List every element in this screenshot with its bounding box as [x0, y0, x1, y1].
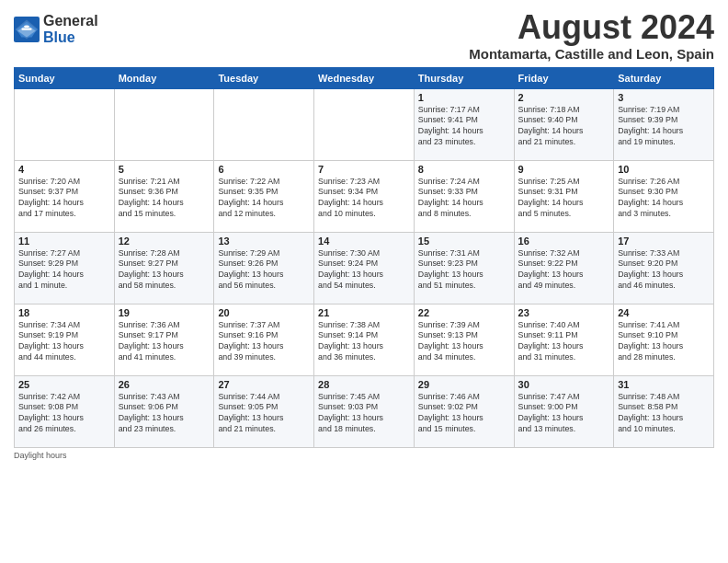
calendar-cell: 11Sunrise: 7:27 AM Sunset: 9:29 PM Dayli… [15, 232, 115, 304]
logo-text: General Blue [43, 13, 98, 45]
day-number: 16 [518, 236, 610, 247]
day-number: 19 [119, 307, 210, 318]
calendar-cell: 9Sunrise: 7:25 AM Sunset: 9:31 PM Daylig… [514, 160, 614, 232]
calendar-cell: 6Sunrise: 7:22 AM Sunset: 9:35 PM Daylig… [214, 160, 314, 232]
day-info: Sunrise: 7:29 AM Sunset: 9:26 PM Dayligh… [218, 248, 310, 293]
calendar-cell: 4Sunrise: 7:20 AM Sunset: 9:37 PM Daylig… [15, 160, 115, 232]
day-number: 9 [518, 164, 610, 175]
day-info: Sunrise: 7:28 AM Sunset: 9:27 PM Dayligh… [119, 248, 210, 293]
calendar-cell: 24Sunrise: 7:41 AM Sunset: 9:10 PM Dayli… [614, 304, 714, 375]
day-info: Sunrise: 7:37 AM Sunset: 9:16 PM Dayligh… [218, 320, 310, 364]
day-info: Sunrise: 7:44 AM Sunset: 9:05 PM Dayligh… [218, 392, 310, 436]
calendar-cell: 28Sunrise: 7:45 AM Sunset: 9:03 PM Dayli… [314, 375, 415, 447]
day-info: Sunrise: 7:41 AM Sunset: 9:10 PM Dayligh… [618, 320, 710, 364]
day-number: 23 [518, 307, 610, 318]
logo-general: General [43, 13, 98, 29]
day-info: Sunrise: 7:46 AM Sunset: 9:02 PM Dayligh… [418, 392, 510, 436]
calendar-cell: 1Sunrise: 7:17 AM Sunset: 9:41 PM Daylig… [414, 88, 514, 160]
day-info: Sunrise: 7:31 AM Sunset: 9:23 PM Dayligh… [418, 248, 510, 293]
day-number: 22 [418, 307, 510, 318]
day-info: Sunrise: 7:17 AM Sunset: 9:41 PM Dayligh… [418, 105, 510, 149]
page: General Blue August 2024 Montamarta, Cas… [0, 0, 728, 563]
header: General Blue August 2024 Montamarta, Cas… [14, 9, 714, 62]
day-info: Sunrise: 7:32 AM Sunset: 9:22 PM Dayligh… [518, 248, 610, 293]
weekday-header-friday: Friday [514, 67, 614, 88]
footer-note: Daylight hours [14, 451, 714, 460]
day-info: Sunrise: 7:48 AM Sunset: 8:58 PM Dayligh… [618, 392, 710, 436]
calendar-cell: 10Sunrise: 7:26 AM Sunset: 9:30 PM Dayli… [614, 160, 714, 232]
day-number: 8 [418, 164, 510, 175]
day-number: 28 [318, 379, 410, 390]
calendar-week-1: 1Sunrise: 7:17 AM Sunset: 9:41 PM Daylig… [15, 88, 714, 160]
calendar-cell: 13Sunrise: 7:29 AM Sunset: 9:26 PM Dayli… [214, 232, 314, 304]
calendar-cell: 12Sunrise: 7:28 AM Sunset: 9:27 PM Dayli… [114, 232, 214, 304]
weekday-header-sunday: Sunday [15, 67, 115, 88]
day-info: Sunrise: 7:23 AM Sunset: 9:34 PM Dayligh… [318, 177, 410, 221]
day-info: Sunrise: 7:19 AM Sunset: 9:39 PM Dayligh… [618, 105, 710, 149]
day-info: Sunrise: 7:20 AM Sunset: 9:37 PM Dayligh… [18, 177, 110, 221]
day-info: Sunrise: 7:30 AM Sunset: 9:24 PM Dayligh… [318, 248, 410, 293]
day-number: 27 [218, 379, 310, 390]
calendar-cell: 29Sunrise: 7:46 AM Sunset: 9:02 PM Dayli… [414, 375, 514, 447]
day-info: Sunrise: 7:45 AM Sunset: 9:03 PM Dayligh… [318, 392, 410, 436]
day-number: 18 [18, 307, 110, 318]
day-info: Sunrise: 7:36 AM Sunset: 9:17 PM Dayligh… [119, 320, 210, 364]
weekday-header-row: SundayMondayTuesdayWednesdayThursdayFrid… [15, 67, 714, 88]
day-info: Sunrise: 7:38 AM Sunset: 9:14 PM Dayligh… [318, 320, 410, 364]
day-number: 13 [218, 236, 310, 247]
day-number: 21 [318, 307, 410, 318]
calendar-cell: 19Sunrise: 7:36 AM Sunset: 9:17 PM Dayli… [114, 304, 214, 375]
day-info: Sunrise: 7:18 AM Sunset: 9:40 PM Dayligh… [518, 105, 610, 149]
day-info: Sunrise: 7:22 AM Sunset: 9:35 PM Dayligh… [218, 177, 310, 221]
month-title: August 2024 [469, 9, 714, 46]
weekday-header-saturday: Saturday [614, 67, 714, 88]
day-number: 6 [218, 164, 310, 175]
day-info: Sunrise: 7:24 AM Sunset: 9:33 PM Dayligh… [418, 177, 510, 221]
day-info: Sunrise: 7:42 AM Sunset: 9:08 PM Dayligh… [18, 392, 110, 436]
calendar-cell: 26Sunrise: 7:43 AM Sunset: 9:06 PM Dayli… [114, 375, 214, 447]
location-title: Montamarta, Castille and Leon, Spain [469, 46, 714, 62]
calendar-cell [314, 88, 415, 160]
title-block: August 2024 Montamarta, Castille and Leo… [469, 9, 714, 62]
day-info: Sunrise: 7:39 AM Sunset: 9:13 PM Dayligh… [418, 320, 510, 364]
calendar-cell: 2Sunrise: 7:18 AM Sunset: 9:40 PM Daylig… [514, 88, 614, 160]
calendar-cell: 18Sunrise: 7:34 AM Sunset: 9:19 PM Dayli… [15, 304, 115, 375]
day-info: Sunrise: 7:25 AM Sunset: 9:31 PM Dayligh… [518, 177, 610, 221]
logo: General Blue [14, 13, 98, 45]
day-number: 10 [618, 164, 710, 175]
calendar-cell: 17Sunrise: 7:33 AM Sunset: 9:20 PM Dayli… [614, 232, 714, 304]
svg-rect-5 [24, 25, 29, 27]
day-info: Sunrise: 7:34 AM Sunset: 9:19 PM Dayligh… [18, 320, 110, 364]
day-number: 12 [119, 236, 210, 247]
calendar-cell: 15Sunrise: 7:31 AM Sunset: 9:23 PM Dayli… [414, 232, 514, 304]
day-info: Sunrise: 7:43 AM Sunset: 9:06 PM Dayligh… [119, 392, 210, 436]
calendar-week-3: 11Sunrise: 7:27 AM Sunset: 9:29 PM Dayli… [15, 232, 714, 304]
day-info: Sunrise: 7:27 AM Sunset: 9:29 PM Dayligh… [18, 248, 110, 293]
calendar-week-4: 18Sunrise: 7:34 AM Sunset: 9:19 PM Dayli… [15, 304, 714, 375]
day-info: Sunrise: 7:47 AM Sunset: 9:00 PM Dayligh… [518, 392, 610, 436]
day-number: 31 [618, 379, 710, 390]
calendar-cell: 25Sunrise: 7:42 AM Sunset: 9:08 PM Dayli… [15, 375, 115, 447]
calendar-cell: 14Sunrise: 7:30 AM Sunset: 9:24 PM Dayli… [314, 232, 415, 304]
day-number: 7 [318, 164, 410, 175]
day-number: 1 [418, 92, 510, 103]
day-info: Sunrise: 7:21 AM Sunset: 9:36 PM Dayligh… [119, 177, 210, 221]
calendar-cell: 21Sunrise: 7:38 AM Sunset: 9:14 PM Dayli… [314, 304, 415, 375]
calendar-cell: 7Sunrise: 7:23 AM Sunset: 9:34 PM Daylig… [314, 160, 415, 232]
weekday-header-tuesday: Tuesday [214, 67, 314, 88]
svg-rect-4 [21, 28, 31, 29]
weekday-header-thursday: Thursday [414, 67, 514, 88]
day-number: 25 [18, 379, 110, 390]
calendar-week-2: 4Sunrise: 7:20 AM Sunset: 9:37 PM Daylig… [15, 160, 714, 232]
calendar-cell: 20Sunrise: 7:37 AM Sunset: 9:16 PM Dayli… [214, 304, 314, 375]
day-number: 2 [518, 92, 610, 103]
day-number: 5 [119, 164, 210, 175]
calendar-cell [214, 88, 314, 160]
day-number: 29 [418, 379, 510, 390]
day-info: Sunrise: 7:26 AM Sunset: 9:30 PM Dayligh… [618, 177, 710, 221]
logo-blue: Blue [43, 29, 98, 46]
day-number: 17 [618, 236, 710, 247]
day-number: 4 [18, 164, 110, 175]
calendar-cell: 3Sunrise: 7:19 AM Sunset: 9:39 PM Daylig… [614, 88, 714, 160]
day-number: 14 [318, 236, 410, 247]
